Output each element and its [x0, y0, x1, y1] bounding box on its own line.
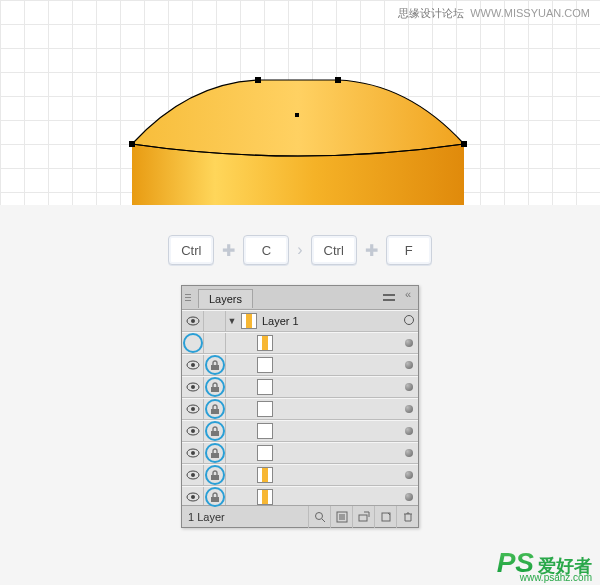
lock-toggle[interactable]	[204, 399, 226, 419]
layer-thumbnail	[257, 423, 273, 439]
svg-line-25	[322, 519, 325, 522]
disclosure-triangle[interactable]: ▼	[226, 316, 238, 326]
artwork-shape[interactable]	[128, 78, 468, 205]
anchor-point[interactable]	[129, 141, 135, 147]
make-clipping-mask-button[interactable]	[330, 506, 352, 528]
visibility-toggle[interactable]	[182, 377, 204, 397]
svg-point-7	[191, 385, 195, 389]
lock-toggle[interactable]	[204, 487, 226, 505]
layer-thumbnail	[257, 445, 273, 461]
svg-point-16	[191, 451, 195, 455]
lock-toggle[interactable]	[204, 333, 226, 353]
panel-tab-bar: Layers «	[182, 286, 418, 310]
layer-row-path[interactable]	[182, 398, 418, 420]
lock-toggle[interactable]	[204, 443, 226, 463]
svg-rect-20	[211, 475, 219, 480]
chevron-right-icon: ›	[297, 241, 302, 259]
anchor-point[interactable]	[255, 77, 261, 83]
plus-icon: ✚	[222, 241, 235, 260]
path-center-point[interactable]	[295, 113, 299, 117]
visibility-toggle[interactable]	[182, 443, 204, 463]
watermark-bottom: PS 爱好者 www.psahz.com	[497, 547, 592, 579]
locate-object-button[interactable]	[308, 506, 330, 528]
key-f: F	[386, 235, 432, 265]
svg-rect-27	[339, 514, 345, 520]
layer-row-parent[interactable]: ▼Layer 1	[182, 310, 418, 332]
create-new-layer-button[interactable]	[374, 506, 396, 528]
drawing-canvas[interactable]: 思缘设计论坛 WWW.MISSYUAN.COM	[0, 0, 600, 205]
visibility-toggle[interactable]	[182, 465, 204, 485]
layer-thumbnail	[257, 489, 273, 505]
key-c: C	[243, 235, 289, 265]
anchor-point[interactable]	[461, 141, 467, 147]
visibility-toggle[interactable]	[182, 421, 204, 441]
panel-footer: 1 Layer	[182, 505, 418, 527]
target-indicator[interactable]	[400, 381, 418, 393]
lock-toggle[interactable]	[204, 421, 226, 441]
layers-tab[interactable]: Layers	[198, 289, 253, 308]
target-indicator[interactable]	[400, 337, 418, 349]
layer-row-path[interactable]	[182, 486, 418, 505]
lock-toggle[interactable]	[204, 355, 226, 375]
delete-button[interactable]	[396, 506, 418, 528]
layer-thumbnail	[257, 335, 273, 351]
anchor-point[interactable]	[335, 77, 341, 83]
svg-point-22	[191, 495, 195, 499]
target-indicator[interactable]	[400, 491, 418, 503]
create-sublayer-button[interactable]	[352, 506, 374, 528]
svg-point-2	[191, 319, 195, 323]
watermark-top-cn: 思缘设计论坛	[398, 7, 464, 19]
target-indicator[interactable]	[400, 425, 418, 437]
visibility-toggle[interactable]	[182, 311, 204, 331]
layer-row-path[interactable]	[182, 420, 418, 442]
watermark-top: 思缘设计论坛 WWW.MISSYUAN.COM	[398, 6, 590, 21]
target-indicator[interactable]	[400, 469, 418, 481]
svg-point-19	[191, 473, 195, 477]
svg-point-24	[315, 512, 322, 519]
panel-drag-handle[interactable]	[182, 294, 194, 301]
target-indicator[interactable]	[400, 315, 418, 327]
layer-row-path[interactable]	[182, 332, 418, 354]
layer-thumbnail	[257, 467, 273, 483]
lock-toggle[interactable]	[204, 311, 226, 331]
target-indicator[interactable]	[400, 359, 418, 371]
target-indicator[interactable]	[400, 403, 418, 415]
svg-point-4	[191, 363, 195, 367]
svg-point-13	[191, 429, 195, 433]
svg-rect-28	[359, 515, 367, 521]
svg-rect-5	[211, 365, 219, 370]
panel-collapse-icon[interactable]: «	[401, 288, 415, 300]
key-ctrl: Ctrl	[168, 235, 214, 265]
svg-rect-14	[211, 431, 219, 436]
panel-menu-icon[interactable]	[381, 292, 397, 304]
svg-rect-17	[211, 453, 219, 458]
layer-row-path[interactable]	[182, 442, 418, 464]
lock-toggle[interactable]	[204, 465, 226, 485]
watermark-bottom-url: www.psahz.com	[520, 572, 592, 583]
layer-thumbnail	[257, 401, 273, 417]
layer-list: ▼Layer 1	[182, 310, 418, 505]
visibility-toggle[interactable]	[182, 399, 204, 419]
layer-thumbnail	[257, 379, 273, 395]
layer-count-label: 1 Layer	[182, 511, 225, 523]
plus-icon: ✚	[365, 241, 378, 260]
target-indicator[interactable]	[400, 447, 418, 459]
svg-point-10	[191, 407, 195, 411]
svg-rect-23	[211, 497, 219, 502]
layer-thumbnail	[257, 357, 273, 373]
svg-rect-8	[211, 387, 219, 392]
key-ctrl: Ctrl	[311, 235, 357, 265]
layers-panel[interactable]: Layers « ▼Layer 1 1 Layer	[181, 285, 419, 528]
layer-thumbnail	[241, 313, 257, 329]
keyboard-shortcut-hint: Ctrl✚C›Ctrl✚F	[0, 205, 600, 285]
lock-toggle[interactable]	[204, 377, 226, 397]
layer-row-path[interactable]	[182, 464, 418, 486]
visibility-toggle[interactable]	[182, 487, 204, 505]
watermark-top-url: WWW.MISSYUAN.COM	[470, 7, 590, 19]
visibility-toggle[interactable]	[182, 333, 204, 353]
visibility-toggle[interactable]	[182, 355, 204, 375]
layer-name-label[interactable]: Layer 1	[260, 315, 400, 327]
layer-row-path[interactable]	[182, 354, 418, 376]
svg-rect-11	[211, 409, 219, 414]
layer-row-path[interactable]	[182, 376, 418, 398]
